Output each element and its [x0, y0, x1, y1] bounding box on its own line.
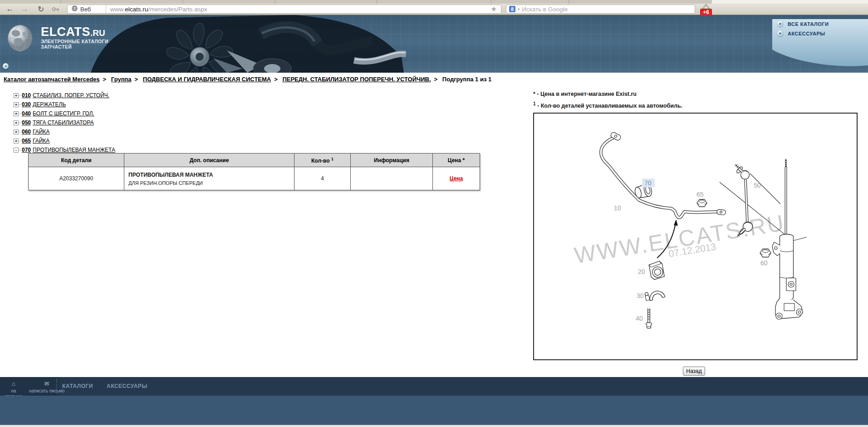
- tree-item-code[interactable]: 070: [22, 147, 31, 153]
- tree-expander-icon[interactable]: +: [14, 139, 19, 144]
- cell-description: ПРОТИВОПЫЛЕВАЯ МАНЖЕТА ДЛЯ РЕЗИН.ОПОРЫ С…: [124, 167, 294, 190]
- breadcrumb-item[interactable]: Подгруппа 1 из 1: [442, 76, 498, 83]
- breadcrumb-separator: >: [103, 76, 107, 83]
- forward-button[interactable]: →: [18, 4, 31, 15]
- bookmark-star-icon[interactable]: ★: [491, 5, 501, 13]
- back-button[interactable]: ←: [4, 4, 16, 15]
- envelope-icon: ✉: [26, 380, 67, 387]
- badge-ribbon-icon: [701, 3, 711, 9]
- search-engine-icon[interactable]: 8: [509, 6, 515, 12]
- part-label-60[interactable]: 60: [760, 259, 768, 267]
- home-icon: ⌂: [2, 380, 25, 387]
- breadcrumb-item[interactable]: Группа>: [111, 76, 141, 83]
- breadcrumb-label[interactable]: Группа: [111, 76, 132, 83]
- breadcrumb-label[interactable]: Каталог автозапчастей Mercedes: [4, 76, 100, 83]
- tree-expander-icon[interactable]: +: [14, 120, 19, 125]
- part-label-30[interactable]: 30: [637, 292, 644, 299]
- price-link[interactable]: Цена: [450, 175, 463, 182]
- column-header-price: Цена *: [433, 154, 480, 167]
- url-domain: elcats.ru: [125, 6, 148, 13]
- tree-item-code[interactable]: 060: [22, 129, 31, 135]
- search-engine-dropdown-icon[interactable]: ▾: [518, 7, 520, 11]
- tree-item-code[interactable]: 040: [22, 110, 31, 117]
- column-header-code: Код детали: [29, 154, 124, 167]
- tree-connector: [19, 123, 21, 123]
- reload-button[interactable]: ↻: [34, 4, 47, 15]
- breadcrumb-label[interactable]: ПОДВЕСКА И ГИДРАВЛИЧЕСКАЯ СИСТЕМА: [143, 76, 271, 83]
- footer-mail-label: написать письмо: [29, 388, 65, 393]
- search-box[interactable]: 8 ▾: [506, 5, 695, 14]
- url-text[interactable]: www.elcats.ru/mercedes/Parts.aspx: [106, 6, 207, 13]
- tree-row: + 030 ДЕРЖАТЕЛЬ: [14, 100, 115, 109]
- tab-separator: [491, 0, 491, 4]
- qty-footnote-marker: 1: [331, 157, 333, 161]
- search-input[interactable]: [522, 6, 692, 13]
- tree-item-label[interactable]: ДЕРЖАТЕЛЬ: [33, 101, 66, 108]
- corner-arrow-bullet-icon[interactable]: ➤: [3, 63, 9, 69]
- breadcrumb-item[interactable]: ПОДВЕСКА И ГИДРАВЛИЧЕСКАЯ СИСТЕМА>: [143, 76, 281, 83]
- breadcrumb-item[interactable]: Каталог автозапчастей Mercedes>: [4, 76, 109, 83]
- tree-row: + 060 ГАЙКА: [14, 127, 115, 136]
- breadcrumb-label[interactable]: ПЕРЕДН. СТАБИЛИЗАТОР ПОПЕРЕЧН. УСТОЙЧИВ.: [282, 76, 431, 83]
- nut-60-drawing[interactable]: [760, 249, 771, 257]
- part-label-10[interactable]: 10: [614, 204, 621, 212]
- tree-expander-icon[interactable]: +: [14, 93, 19, 98]
- elcats-globe-logo[interactable]: [6, 25, 34, 52]
- part-label-65[interactable]: 65: [696, 191, 704, 198]
- bolt-drawing[interactable]: [646, 308, 652, 328]
- tab-separator: [182, 0, 183, 4]
- footer-menu-item[interactable]: АКСЕССУАРЫ: [107, 383, 147, 389]
- tree-item-code[interactable]: 065: [22, 138, 31, 144]
- footer-mail-link[interactable]: ✉ написать письмо: [26, 380, 67, 394]
- footnote-qty: 1 - Кол-во деталей устанавливаемых на ав…: [533, 101, 682, 109]
- tree-expander-icon[interactable]: +: [14, 129, 19, 134]
- tree-item-code[interactable]: 010: [22, 92, 31, 99]
- table-row: A2033270090 ПРОТИВОПЫЛЕВАЯ МАНЖЕТА ДЛЯ Р…: [29, 167, 480, 190]
- tree-connector: [19, 114, 21, 114]
- tree-item-label[interactable]: ТЯГА СТАБИЛИЗАТОРА: [33, 119, 94, 126]
- clamp-drawing[interactable]: [649, 261, 665, 280]
- nav-link-all-catalogs[interactable]: ➤ ВСЕ КАТАЛОГИ: [777, 21, 829, 27]
- tree-item-label[interactable]: ПРОТИВОПЫЛЕВАЯ МАНЖЕТА: [33, 147, 115, 153]
- url-path: /mercedes/Parts.aspx: [148, 6, 207, 13]
- bracket-drawing[interactable]: [644, 288, 665, 302]
- nut-65-drawing[interactable]: [697, 199, 707, 207]
- tree-item-label[interactable]: ГАЙКА: [33, 129, 49, 135]
- cell-qty: 4: [294, 167, 351, 190]
- back-to-list-button[interactable]: Назад: [683, 367, 705, 376]
- footer-menu-item[interactable]: КАТАЛОГИ: [62, 383, 93, 389]
- tab-separator: [377, 0, 377, 4]
- tree-connector: [19, 150, 21, 150]
- table-header-row: Код детали Доп. описание Кол-во 1 Информ…: [29, 154, 480, 167]
- breadcrumb-label[interactable]: Подгруппа 1 из 1: [442, 76, 491, 83]
- nav-link-label: АКСЕССУАРЫ: [788, 31, 825, 36]
- column-header-info: Информация: [351, 154, 433, 167]
- tree-item-label[interactable]: БОЛТ С ШЕСТИГР. ГОЛ.: [33, 110, 94, 117]
- breadcrumb-item[interactable]: ПЕРЕДН. СТАБИЛИЗАТОР ПОПЕРЕЧН. УСТОЙЧИВ.…: [282, 76, 441, 83]
- tree-expander-icon[interactable]: +: [14, 102, 19, 107]
- browser-toolbar: ← → ↻ Веб www.elcats.ru/mercedes/Parts.a…: [0, 4, 868, 15]
- tree-item-label[interactable]: ГАЙКА: [33, 138, 49, 144]
- elcats-logo[interactable]: ELCATS.RU: [41, 26, 105, 38]
- part-label-50[interactable]: 50: [754, 182, 761, 189]
- tree-expander-icon[interactable]: -: [14, 148, 19, 153]
- nav-link-accessories[interactable]: ➤ АКСЕССУАРЫ: [777, 30, 825, 36]
- tree-connector: [19, 141, 21, 141]
- part-label-20[interactable]: 20: [638, 268, 645, 275]
- logo-subtitle-2: ЗАПЧАСТЕЙ: [41, 44, 72, 50]
- part-label-40[interactable]: 40: [636, 315, 643, 322]
- description-main: ПРОТИВОПЫЛЕВАЯ МАНЖЕТА: [128, 172, 290, 178]
- tree-item-code[interactable]: 050: [22, 119, 31, 126]
- tree-row: + 040 БОЛТ С ШЕСТИГР. ГОЛ.: [14, 109, 115, 118]
- site-identity-label: Веб: [80, 6, 91, 13]
- tree-item-code[interactable]: 030: [22, 101, 31, 108]
- tree-item-label[interactable]: СТАБИЛИЗ. ПОПЕР. УСТОЙЧ.: [33, 92, 109, 99]
- header-nav-panel: [772, 19, 868, 73]
- part-label-70[interactable]: 70: [644, 179, 652, 187]
- key-icon[interactable]: [49, 4, 62, 15]
- site-identity-button[interactable]: Веб: [68, 5, 106, 13]
- footnotes: * - Цена в интернет-магазине Exist.ru 1 …: [533, 91, 682, 113]
- column-header-description: Доп. описание: [124, 154, 294, 167]
- tree-expander-icon[interactable]: +: [14, 111, 19, 116]
- address-bar[interactable]: Веб www.elcats.ru/mercedes/Parts.aspx ★: [67, 5, 501, 14]
